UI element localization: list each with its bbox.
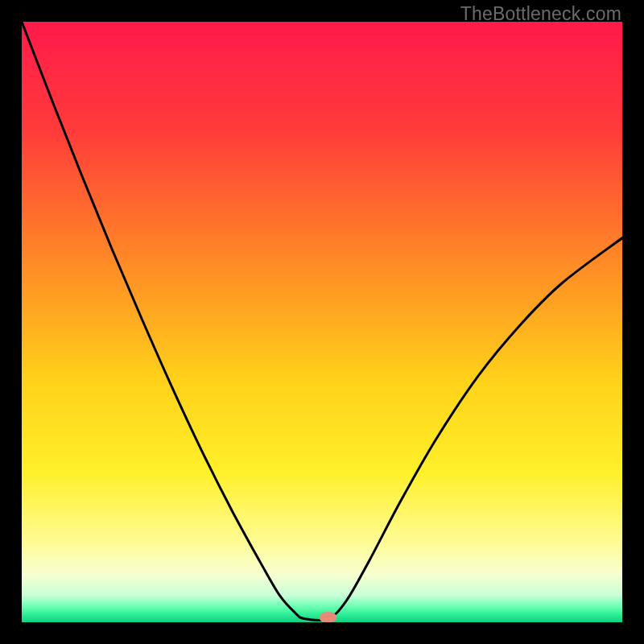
watermark-text: TheBottleneck.com: [460, 3, 621, 25]
chart-frame: [22, 22, 622, 622]
bottleneck-chart: [22, 22, 622, 622]
chart-background: [22, 22, 622, 622]
